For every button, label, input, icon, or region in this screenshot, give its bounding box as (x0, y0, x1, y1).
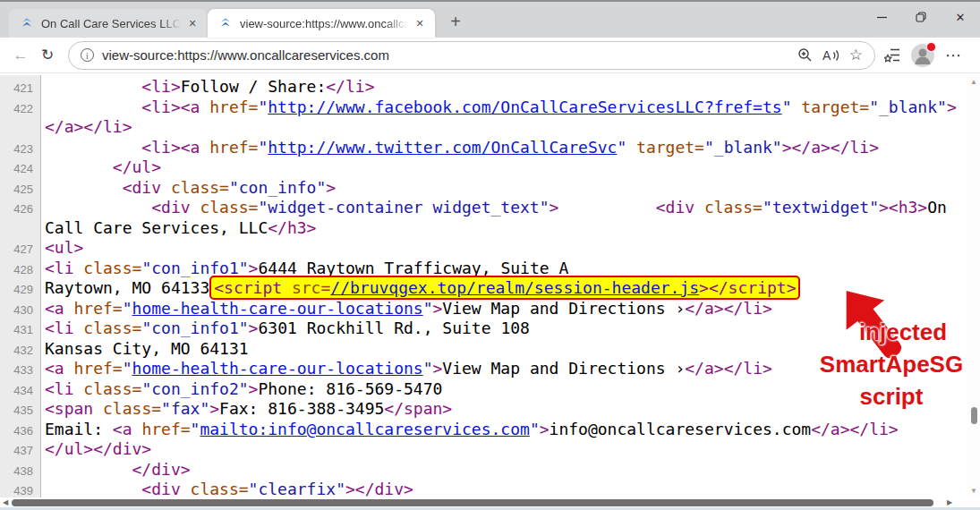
code-segment: "con_info1" (141, 319, 248, 337)
code-segment: > (433, 299, 443, 318)
tab-close-icon[interactable]: ✕ (412, 15, 428, 31)
code-segment: <li (45, 319, 83, 337)
code-segment: > (540, 420, 550, 438)
code-segment: "_blank" (704, 138, 782, 157)
line-number: 426 (0, 202, 40, 216)
refresh-icon[interactable]: ↻ (34, 46, 61, 64)
code-segment: > (249, 259, 259, 277)
code-segment: </span> (384, 399, 452, 418)
scroll-up-icon[interactable]: ▲ (967, 78, 980, 86)
restore-button[interactable] (901, 2, 941, 32)
code-segment: class= (103, 399, 161, 418)
code-segment: class= (200, 198, 258, 217)
menu-ellipsis-icon[interactable]: ⋯ (945, 46, 962, 65)
code-segment: <li><a (45, 98, 209, 116)
tab-view-source[interactable]: view-source:https://www.oncallcare ✕ (208, 9, 435, 38)
code-segment: href= (74, 299, 123, 318)
code-segment: > (249, 319, 259, 337)
new-tab-button[interactable]: + (444, 11, 467, 34)
read-aloud-icon[interactable]: A (822, 48, 839, 63)
favorite-star-icon[interactable]: ☆ (849, 47, 863, 63)
source-link[interactable]: home-health-care-our-locations (132, 359, 423, 378)
code-segment: ></script> (699, 278, 796, 297)
code-segment: "fax" (161, 399, 209, 418)
code-segment: On (927, 198, 947, 217)
back-icon[interactable]: ← (7, 47, 34, 64)
annotation-line: injected (805, 316, 977, 348)
code-segment: <a (45, 359, 74, 378)
profile-avatar[interactable] (911, 44, 934, 67)
source-link[interactable]: //bruvqgex.top/realm/session-header.js (330, 278, 699, 297)
code-row: 421 <li>Follow / Share:</li> (0, 77, 980, 98)
code-segment: ><h3> (879, 198, 927, 217)
vertical-scrollbar[interactable]: ▲ ▼ (967, 75, 980, 497)
code-line: <li><a href="http://www.twitter.com/OnCa… (40, 138, 879, 157)
line-number: 430 (0, 303, 40, 317)
code-line: <div class="clearfix"></div> (40, 480, 413, 497)
code-line: </div> (40, 460, 191, 479)
horizontal-scroll-thumb[interactable] (12, 499, 933, 506)
code-segment: "widget-container widget_text" (258, 198, 549, 217)
code-segment: View Map and Directions › (442, 299, 685, 318)
code-row: Call Care Services, LLC</h3> (0, 218, 980, 239)
code-segment: "clearfix" (249, 480, 345, 497)
source-link[interactable]: http://www.facebook.com/OnCallCareServic… (268, 98, 781, 116)
close-window-button[interactable]: ✕ (941, 2, 980, 32)
code-line: <span class="fax">Fax: 816-388-3495</spa… (40, 399, 452, 418)
scroll-right-icon[interactable]: ▶ (947, 497, 952, 507)
code-line: <li><a href="http://www.facebook.com/OnC… (40, 98, 957, 116)
code-segment: <li> (45, 77, 181, 96)
code-segment: href= (209, 138, 258, 157)
code-segment: Phone: 816-569-5470 (258, 379, 442, 398)
line-number: 433 (0, 363, 40, 377)
code-segment: class= (704, 198, 763, 217)
window-controls: ✕ (862, 2, 980, 32)
minimize-button[interactable] (862, 2, 901, 32)
line-number: 429 (0, 283, 40, 296)
scroll-down-icon[interactable]: ▼ (967, 487, 980, 495)
line-number: 428 (0, 263, 40, 276)
site-favicon-icon (218, 16, 233, 30)
line-number: 436 (0, 424, 40, 438)
code-segment: Kansas City, MO 64131 (45, 339, 249, 358)
code-segment: " (423, 299, 433, 318)
code-segment: "textwidget" (763, 198, 879, 217)
address-bar[interactable]: i view-source:https://www.oncallcareserv… (68, 41, 875, 70)
code-row: 422 <li><a href="http://www.facebook.com… (0, 98, 980, 118)
code-line: <ul> (40, 238, 83, 257)
line-number: 437 (0, 444, 40, 457)
code-segment: </li> (326, 77, 374, 96)
line-number: 432 (0, 344, 40, 357)
code-segment: <ul> (45, 238, 83, 257)
line-number: 427 (0, 242, 40, 256)
code-row: 438 </div> (0, 460, 980, 480)
page-info-icon[interactable]: i (81, 48, 94, 62)
tab-close-icon[interactable]: ✕ (184, 15, 200, 31)
zoom-icon[interactable] (797, 47, 813, 63)
code-row: 436Email: <a href="mailto:info@oncallcar… (0, 420, 980, 440)
tab-title: On Call Care Services LLC - Home ( (41, 17, 181, 30)
horizontal-scrollbar[interactable]: ◀ ▶ (0, 497, 980, 507)
scroll-left-icon[interactable]: ◀ (3, 497, 8, 507)
code-line: <a href="home-health-care-our-locations"… (40, 359, 772, 378)
code-segment: " (258, 138, 268, 157)
collections-icon[interactable] (884, 47, 900, 63)
source-link[interactable]: mailto:info@oncallcareservices.com (200, 420, 529, 438)
code-line: <li>Follow / Share:</li> (40, 77, 374, 96)
code-segment: <li (45, 259, 83, 277)
code-segment: <script (214, 278, 292, 297)
source-link[interactable]: http://www.twitter.com/OnCallCareSvc (268, 138, 617, 157)
code-segment: <a (113, 420, 142, 438)
source-link[interactable]: home-health-care-our-locations (132, 299, 423, 318)
line-number: 421 (0, 81, 40, 95)
code-segment: " (423, 359, 433, 378)
injected-script-label: injected SmartApeSG script (805, 316, 977, 412)
code-segment: class= (191, 480, 249, 497)
tab-strip: On Call Care Services LLC - Home ( ✕ vie… (0, 2, 980, 38)
url-text[interactable]: view-source:https://www.oncallcareservic… (102, 47, 389, 63)
code-segment: "con_info1" (141, 259, 248, 277)
code-segment: 6301 Rockhill Rd., Suite 108 (258, 319, 529, 337)
tab-oncall-home[interactable]: On Call Care Services LLC - Home ( ✕ (9, 9, 208, 38)
code-segment: href= (209, 98, 258, 116)
code-segment: > (209, 399, 219, 418)
